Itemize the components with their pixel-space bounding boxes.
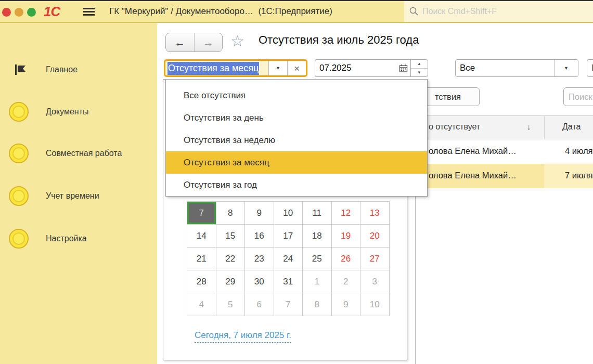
spinner-up-icon[interactable]: ▲ xyxy=(411,60,428,69)
scope-combobox[interactable]: Все ▼ xyxy=(455,59,578,77)
calendar-day[interactable]: 25 xyxy=(303,248,332,270)
calendar-day[interactable]: 31 xyxy=(274,270,303,293)
calendar-day[interactable]: 19 xyxy=(332,225,361,248)
cell-date: 7 июля xyxy=(565,171,593,180)
scope-dropdown-arrow-icon[interactable]: ▼ xyxy=(554,60,578,76)
section-circle-icon xyxy=(9,144,29,163)
calendar-grid: 7891011121314151617181920212223242526272… xyxy=(187,201,390,316)
table-row[interactable]: олова Елена Михай…7 июля xyxy=(416,164,593,188)
cell-who-is-absent: олова Елена Михай… xyxy=(429,146,517,156)
sidebar-item-label: Учет времени xyxy=(46,185,99,207)
window-title: ГК "Меркурий" / Документооборо… (1С:Пред… xyxy=(109,6,332,17)
sidebar-item-label: Совместная работа xyxy=(46,142,122,165)
history-nav-group: ← → xyxy=(165,33,223,52)
section-circle-icon xyxy=(9,186,29,206)
minimize-window-icon[interactable] xyxy=(15,8,23,17)
hamburger-menu-icon[interactable] xyxy=(83,8,95,16)
sections-sidebar: ГлавноеДокументыСовместная работаУчет вр… xyxy=(0,23,157,364)
calendar-day[interactable]: 26 xyxy=(332,248,361,270)
forward-button[interactable]: → xyxy=(195,33,223,51)
maximize-window-icon[interactable] xyxy=(27,8,36,17)
calendar-day[interactable]: 9 xyxy=(332,293,361,316)
date-spinner: ▲ ▼ xyxy=(410,60,428,76)
calendar-day[interactable]: 2 xyxy=(332,270,361,293)
calendar-day[interactable]: 17 xyxy=(274,225,303,248)
calendar-day[interactable]: 16 xyxy=(245,225,274,248)
calendar-day[interactable]: 4 xyxy=(187,293,216,316)
calendar-day[interactable]: 15 xyxy=(216,225,246,248)
calendar-day[interactable]: 29 xyxy=(216,270,246,293)
section-circle-icon xyxy=(9,229,29,249)
calendar-day[interactable]: 20 xyxy=(360,225,390,248)
sidebar-item-1[interactable]: Документы xyxy=(0,100,157,123)
calendar-day[interactable]: 28 xyxy=(187,270,216,293)
period-value: Отсутствия за месяц xyxy=(165,61,268,75)
calendar-day[interactable]: 12 xyxy=(332,202,361,225)
date-value: 07.2025 xyxy=(315,60,396,76)
column-divider[interactable] xyxy=(544,116,545,139)
calendar-day[interactable]: 8 xyxy=(303,293,332,316)
period-option-2[interactable]: Отсутствия за неделю xyxy=(166,129,427,151)
period-dropdown-list: Все отсутствияОтсутствия за деньОтсутств… xyxy=(165,79,428,197)
calendar-day[interactable]: 10 xyxy=(360,293,390,316)
calendar-day[interactable]: 6 xyxy=(245,293,274,316)
period-option-0[interactable]: Все отсутствия xyxy=(166,84,427,107)
calendar-day[interactable]: 9 xyxy=(245,202,274,225)
today-link[interactable]: Сегодня, 7 июля 2025 г. xyxy=(195,330,291,343)
table-row[interactable]: олова Елена Михай…4 июля xyxy=(416,139,593,164)
sidebar-item-label: Документы xyxy=(46,100,88,123)
page-title: Отсутствия за июль 2025 года xyxy=(259,33,419,47)
close-window-icon[interactable] xyxy=(2,8,11,17)
sidebar-item-label: Главное xyxy=(46,58,78,81)
period-combobox[interactable]: Отсутствия за месяц ▼ × xyxy=(164,59,307,77)
calendar-day[interactable]: 13 xyxy=(360,202,390,225)
column-who-is-absent[interactable]: о отсутствует xyxy=(429,122,480,132)
spinner-down-icon[interactable]: ▼ xyxy=(411,69,428,77)
calendar-day[interactable]: 27 xyxy=(360,248,390,270)
back-button[interactable]: ← xyxy=(166,33,195,51)
calendar-day[interactable]: 22 xyxy=(216,248,246,270)
calendar-day[interactable]: 14 xyxy=(187,225,216,248)
period-option-3[interactable]: Отсутствия за месяц xyxy=(166,151,427,174)
table-header[interactable]: о отсутствует ↓ Дата xyxy=(416,115,593,139)
sidebar-item-2[interactable]: Совместная работа xyxy=(0,142,157,165)
period-option-1[interactable]: Отсутствия за день xyxy=(166,107,427,129)
extra-filter-field[interactable]: П xyxy=(587,59,593,77)
absences-table: о отсутствует ↓ Дата олова Елена Михай…4… xyxy=(415,113,593,364)
cell-who-is-absent: олова Елена Михай… xyxy=(429,171,517,180)
calendar-day[interactable]: 10 xyxy=(274,202,303,225)
calendar-day[interactable]: 5 xyxy=(216,293,246,316)
section-circle-inner xyxy=(12,232,25,245)
calendar-day[interactable]: 7 xyxy=(274,293,303,316)
calendar-day[interactable]: 18 xyxy=(303,225,332,248)
search-icon xyxy=(409,6,419,17)
calendar-day[interactable]: 1 xyxy=(303,270,332,293)
sort-desc-icon[interactable]: ↓ xyxy=(527,122,531,131)
calendar-picker-icon[interactable] xyxy=(396,60,410,76)
column-date[interactable]: Дата xyxy=(562,122,581,132)
section-circle-inner xyxy=(12,106,25,118)
calendar-day[interactable]: 24 xyxy=(274,248,303,270)
calendar-day[interactable]: 11 xyxy=(303,202,332,225)
calendar-day[interactable]: 21 xyxy=(187,248,216,270)
period-dropdown-arrow-icon[interactable]: ▼ xyxy=(268,61,287,75)
calendar-day[interactable]: 8 xyxy=(216,202,246,225)
sidebar-item-4[interactable]: Настройка xyxy=(0,227,157,250)
list-search-placeholder: Поиск ( xyxy=(564,92,593,102)
list-search-input[interactable]: Поиск ( xyxy=(563,87,593,106)
sidebar-item-0[interactable]: Главное xyxy=(0,58,157,81)
calendar-day-selected[interactable]: 7 xyxy=(187,202,216,225)
scope-value: Все xyxy=(456,60,554,76)
sidebar-item-label: Настройка xyxy=(46,227,87,250)
period-option-4[interactable]: Отсутствия за год xyxy=(166,174,427,196)
period-clear-icon[interactable]: × xyxy=(287,61,306,75)
calendar-day[interactable]: 23 xyxy=(245,248,274,270)
global-search-input[interactable]: Поиск Cmd+Shift+F xyxy=(404,1,593,22)
cell-date: 4 июля xyxy=(565,146,593,156)
calendar-day[interactable]: 30 xyxy=(245,270,274,293)
month-date-field[interactable]: 07.2025 ▲ ▼ xyxy=(315,59,428,77)
calendar-day[interactable]: 3 xyxy=(360,270,390,293)
section-circle-inner xyxy=(12,147,25,160)
favorite-star-icon[interactable]: ☆ xyxy=(230,32,244,50)
sidebar-item-3[interactable]: Учет времени xyxy=(0,185,157,207)
